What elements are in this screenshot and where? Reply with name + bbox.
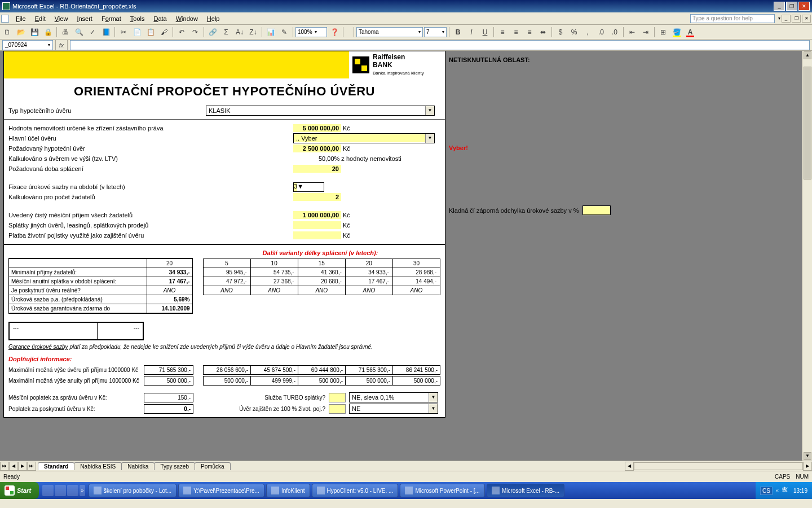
taskbar-app[interactable]: Y:\Pavel\Prezentace\Pre... [178, 484, 264, 497]
zivot-select[interactable]: NE▼ [349, 404, 438, 414]
name-box[interactable]: _070924▾ [2, 40, 53, 50]
menu-edit[interactable]: Edit [30, 14, 50, 23]
tab-nav-next[interactable]: ▶ [18, 462, 27, 471]
merge-button[interactable]: ⬌ [537, 26, 549, 38]
help-search[interactable]: Type a question for help [690, 14, 775, 23]
menu-tools[interactable]: Tools [126, 14, 149, 23]
control-icon[interactable] [1, 15, 9, 23]
redo-button[interactable]: ↷ [189, 26, 201, 38]
drawing-button[interactable]: ✎ [278, 26, 290, 38]
align-center-button[interactable]: ≡ [510, 26, 522, 38]
menu-insert[interactable]: Insert [72, 14, 97, 23]
prijem-value[interactable]: 1 000 000,00 [293, 211, 341, 219]
doc-minimize-button[interactable]: _ [782, 15, 791, 23]
permission-button[interactable]: 🔒 [42, 26, 54, 38]
taskbar-app[interactable]: školení pro pobočky - Lot... [89, 484, 176, 497]
copy-button[interactable]: 📄 [131, 26, 143, 38]
hscroll-right[interactable]: ▶ [803, 462, 812, 471]
sort-asc-button[interactable]: A↓ [233, 26, 246, 38]
taskbar-app[interactable]: InfoKlient [266, 484, 310, 497]
tab-nav-prev[interactable]: ◀ [9, 462, 18, 471]
align-right-button[interactable]: ≡ [523, 26, 536, 38]
taskbar-app[interactable]: Microsoft Excel - RB-... [487, 484, 564, 497]
sort-desc-button[interactable]: Z↓ [247, 26, 259, 38]
sheet-tab[interactable]: Nabídka [121, 462, 155, 470]
taskbar-app[interactable]: HypoClient: v5.0 - LIVE. ... [312, 484, 399, 497]
fmt-painter-button[interactable]: 🖌 [158, 26, 170, 38]
ql-ie-icon[interactable] [55, 485, 66, 496]
fx-button[interactable]: fx [55, 40, 68, 50]
taskbar-app[interactable]: Microsoft PowerPoint - [... [400, 484, 484, 497]
menu-help[interactable]: Help [202, 14, 224, 23]
spell-button[interactable]: ✓ [86, 26, 99, 38]
worksheet[interactable]: RaiffeisenBANKBanka inspirovaná klienty … [0, 51, 812, 461]
align-left-button[interactable]: ≡ [496, 26, 509, 38]
menu-format[interactable]: Format [97, 14, 126, 23]
underline-button[interactable]: U [479, 26, 491, 38]
tray-chevron-icon[interactable]: « [776, 488, 779, 493]
fixace-select[interactable]: 3▼ [293, 182, 324, 192]
ql-outlook-icon[interactable] [67, 485, 78, 496]
percent-button[interactable]: % [568, 26, 580, 38]
sheet-tab[interactable]: Pomůcka [195, 462, 231, 470]
scroll-down-icon[interactable]: ▼ [804, 452, 811, 460]
chart-button[interactable]: 📊 [264, 26, 277, 38]
minimize-button[interactable]: _ [774, 2, 785, 11]
scroll-up-icon[interactable]: ▲ [804, 51, 811, 59]
open-button[interactable]: 📂 [15, 26, 27, 38]
ql-chevron-icon[interactable]: » [80, 485, 85, 496]
tab-nav-last[interactable]: ⏭ [27, 462, 36, 471]
ucel-select[interactable]: .. Vyber▼ [293, 133, 435, 143]
zoom-combo[interactable]: 100%▾ [295, 27, 327, 37]
fill-color-button[interactable]: 🪣 [670, 26, 683, 38]
tray-icon[interactable]: 🕸 [782, 487, 790, 494]
pozuver-value[interactable]: 2 500 000,00 [293, 144, 341, 152]
preview-button[interactable]: 🔍 [73, 26, 85, 38]
close-button[interactable]: ✕ [798, 2, 810, 11]
zivot-yel[interactable] [329, 404, 346, 414]
splatky-value[interactable] [293, 221, 341, 229]
doc-restore-button[interactable]: ❐ [792, 15, 801, 23]
sheet-tab[interactable]: Standard [38, 462, 74, 470]
lang-indicator[interactable]: CS [760, 487, 773, 495]
dec-indent-button[interactable]: ⇤ [626, 26, 638, 38]
ql-desktop-icon[interactable] [42, 485, 54, 496]
hscroll-left[interactable]: ◀ [625, 462, 634, 471]
sheet-tab[interactable]: Nabídka ESIS [74, 462, 122, 470]
hscroll-track[interactable] [634, 462, 803, 470]
paste-button[interactable]: 📋 [144, 26, 157, 38]
research-button[interactable]: 📘 [100, 26, 112, 38]
sum-button[interactable]: Σ [220, 26, 232, 38]
scroll-thumb[interactable] [804, 67, 811, 179]
menu-file[interactable]: File [11, 14, 30, 23]
odchylka-input[interactable] [582, 205, 611, 215]
comma-button[interactable]: , [581, 26, 594, 38]
formula-input[interactable] [70, 40, 810, 50]
tab-nav-first[interactable]: ⏮ [0, 462, 9, 471]
zadatele-value[interactable]: 2 [293, 193, 341, 201]
font-color-button[interactable]: A [684, 26, 696, 38]
inc-decimal-button[interactable]: .0 [595, 26, 607, 38]
turbo-select[interactable]: NE, sleva 0,1%▼ [349, 392, 438, 402]
currency-button[interactable]: $ [554, 26, 567, 38]
sheet-tab[interactable]: Typy sazeb [154, 462, 195, 470]
inc-indent-button[interactable]: ⇥ [639, 26, 652, 38]
doc-close-button[interactable]: ✕ [802, 15, 811, 23]
hyperlink-button[interactable]: 🔗 [206, 26, 219, 38]
menu-data[interactable]: Data [149, 14, 171, 23]
print-button[interactable]: 🖶 [59, 26, 72, 38]
turbo-yel[interactable] [329, 393, 346, 402]
font-combo[interactable]: Tahoma▾ [356, 27, 423, 37]
new-button[interactable]: 🗋 [1, 26, 14, 38]
typ-select[interactable]: KLASIK▼ [206, 106, 435, 116]
help-button[interactable]: ❓ [328, 26, 341, 38]
dec-decimal-button[interactable]: .0 [608, 26, 621, 38]
save-button[interactable]: 💾 [28, 26, 41, 38]
borders-button[interactable]: ⊞ [657, 26, 669, 38]
menu-view[interactable]: View [50, 14, 73, 23]
restore-button[interactable]: ❐ [786, 2, 797, 11]
hodnota-value[interactable]: 5 000 000,00 [293, 124, 341, 132]
size-combo[interactable]: 7▾ [424, 27, 447, 37]
menu-window[interactable]: Window [171, 14, 202, 23]
vertical-scrollbar[interactable]: ▲ ▼ [802, 51, 812, 461]
